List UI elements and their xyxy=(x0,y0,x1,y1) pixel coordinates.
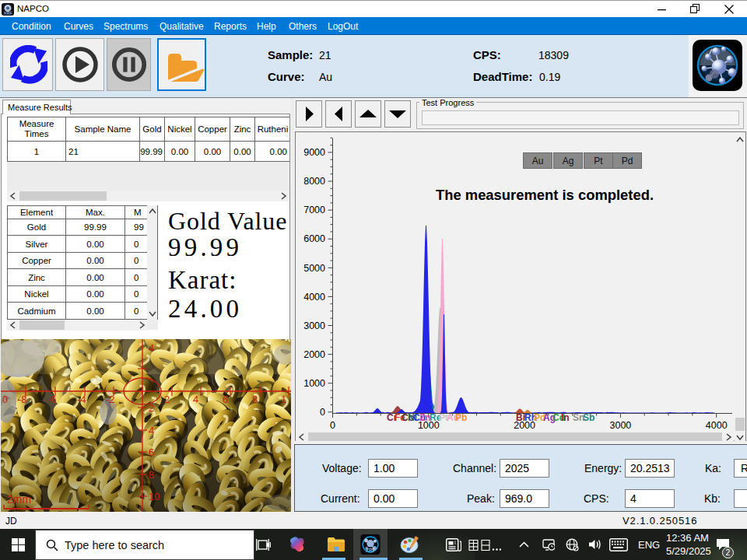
svg-text:1: 1 xyxy=(281,394,286,405)
svg-text:8: 8 xyxy=(149,469,154,481)
svg-text:3000: 3000 xyxy=(303,320,325,331)
svg-text:XRF: XRF xyxy=(366,548,376,553)
svg-text:In: In xyxy=(561,412,570,423)
svg-text:4000: 4000 xyxy=(303,292,325,303)
svg-text:4: 4 xyxy=(193,394,198,405)
svg-text:7000: 7000 xyxy=(303,205,325,215)
svg-text:-6: -6 xyxy=(47,394,57,405)
svg-text:8: 8 xyxy=(252,394,258,405)
svg-text:3000: 3000 xyxy=(609,420,631,431)
svg-text:10: 10 xyxy=(149,491,160,502)
svg-text:0: 0 xyxy=(320,407,325,418)
svg-text:2: 2 xyxy=(164,394,170,405)
svg-text:2000: 2000 xyxy=(303,349,325,360)
svg-text:-4: -4 xyxy=(77,394,86,405)
svg-text:0: 0 xyxy=(330,420,335,431)
svg-text:-2: -2 xyxy=(106,394,115,405)
svg-text:4000: 4000 xyxy=(706,420,728,431)
svg-text:6000: 6000 xyxy=(303,233,325,244)
svg-text:9000: 9000 xyxy=(303,147,325,158)
svg-text:0: 0 xyxy=(2,394,8,405)
svg-text:6: 6 xyxy=(223,394,228,405)
svg-text:-8: -8 xyxy=(18,394,27,405)
svg-text:4: 4 xyxy=(149,342,154,354)
svg-text:Pb: Pb xyxy=(455,412,467,423)
svg-text:2mm: 2mm xyxy=(7,493,31,506)
svg-text:6: 6 xyxy=(149,446,154,458)
svg-text:Sb: Sb xyxy=(583,412,594,423)
svg-text:XRF: XRF xyxy=(4,11,13,16)
svg-text:5000: 5000 xyxy=(303,263,325,274)
svg-text:1000: 1000 xyxy=(303,378,325,389)
svg-text:4: 4 xyxy=(149,425,154,436)
svg-text:8000: 8000 xyxy=(303,176,325,187)
